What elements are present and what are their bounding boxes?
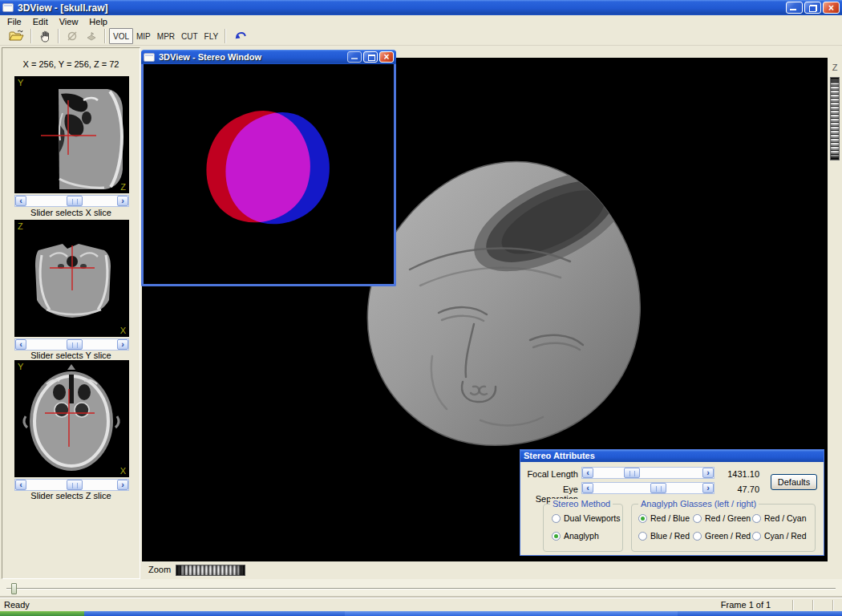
- restore-icon: [809, 5, 817, 12]
- scroll-left-arrow[interactable]: ‹: [15, 480, 26, 490]
- taskbar-strip: [0, 611, 842, 616]
- menubar: File Edit View Help: [0, 15, 842, 27]
- zoom-thumbwheel[interactable]: [176, 565, 245, 576]
- radio-anaglyph[interactable]: Anaglyph: [552, 531, 599, 541]
- scroll-thumb[interactable]: [67, 480, 83, 490]
- stereo-titlebar[interactable]: 3DView - Stereo Window ×: [141, 50, 396, 64]
- focal-length-value: 1431.10: [718, 469, 759, 479]
- axis-label: Z: [120, 182, 126, 192]
- scroll-right-arrow[interactable]: ›: [117, 196, 128, 206]
- menu-view[interactable]: View: [54, 16, 84, 27]
- statusbar-pane-divider: [792, 600, 794, 610]
- scroll-track[interactable]: [26, 196, 117, 206]
- focal-length-label: Focal Length: [520, 469, 578, 479]
- scroll-thumb[interactable]: [67, 196, 83, 206]
- radio-label: Anaglyph: [564, 531, 599, 541]
- stereo-close-button[interactable]: ×: [379, 51, 394, 63]
- radio-green-red[interactable]: Green / Red: [693, 531, 751, 541]
- toolbar: VOL MIP MPR CUT FLY: [0, 27, 842, 46]
- undo-arrow-icon: [233, 30, 247, 43]
- menu-help[interactable]: Help: [83, 16, 113, 27]
- stereo-method-group-label: Stereo Method: [550, 499, 613, 509]
- mpr-mode-button[interactable]: MPR: [154, 28, 178, 44]
- undo-button[interactable]: [229, 28, 250, 44]
- menu-edit[interactable]: Edit: [27, 16, 54, 27]
- stereo-minimize-button[interactable]: [347, 51, 362, 63]
- radio-dual-viewports[interactable]: Dual Viewports: [552, 513, 620, 523]
- scroll-right-arrow[interactable]: ›: [702, 468, 714, 478]
- fly-mode-button[interactable]: FLY: [201, 28, 222, 44]
- scroll-right-arrow[interactable]: ›: [117, 339, 128, 350]
- scroll-track[interactable]: [593, 483, 702, 493]
- scroll-track[interactable]: [593, 468, 702, 478]
- radio-icon: [552, 514, 561, 523]
- vol-mode-button[interactable]: VOL: [109, 28, 133, 44]
- menu-file[interactable]: File: [2, 16, 27, 27]
- pan-hand-button[interactable]: [35, 28, 55, 44]
- radio-icon: [552, 532, 561, 541]
- minimize-button[interactable]: [786, 2, 803, 14]
- scroll-track[interactable]: [26, 339, 117, 350]
- stereo-attributes-panel: Stereo Attributes Focal Length ‹ › 1431.…: [520, 449, 824, 556]
- stereo-maximize-button[interactable]: [363, 51, 378, 63]
- folder-open-icon: [8, 30, 24, 43]
- radio-blue-red[interactable]: Blue / Red: [638, 531, 690, 541]
- scroll-left-arrow[interactable]: ‹: [582, 483, 593, 493]
- scroll-left-arrow[interactable]: ‹: [15, 196, 26, 206]
- axis-label: Z: [18, 221, 23, 231]
- cut-mode-button[interactable]: CUT: [178, 28, 201, 44]
- stereo-window-title: 3DView - Stereo Window: [159, 52, 347, 62]
- restore-button[interactable]: [804, 2, 821, 14]
- zoom-row: Zoom: [142, 561, 842, 579]
- eye-separation-value: 47.70: [718, 484, 759, 494]
- axis-label: Y: [18, 78, 23, 87]
- anaglyph-view[interactable]: [144, 64, 394, 284]
- axis-label: X: [120, 466, 126, 476]
- x-slice-slider[interactable]: ‹ ›: [14, 195, 129, 207]
- scroll-thumb[interactable]: [624, 468, 640, 478]
- y-slice-slider[interactable]: ‹ ›: [14, 338, 129, 351]
- frame-slider-thumb[interactable]: [11, 583, 17, 594]
- volume-dimensions-text: X = 256, Y = 256, Z = 72: [2, 59, 140, 69]
- scroll-right-arrow[interactable]: ›: [702, 483, 714, 493]
- app-window: 3DView - [skull.raw] × File Edit View He…: [0, 0, 842, 616]
- disabled-tool-button-1: [63, 28, 82, 44]
- scroll-thumb[interactable]: [67, 339, 83, 350]
- radio-icon: [638, 514, 647, 523]
- scroll-left-arrow[interactable]: ‹: [582, 468, 593, 478]
- start-button-sliver[interactable]: [0, 611, 84, 616]
- radio-red-cyan[interactable]: Red / Cyan: [752, 513, 807, 523]
- x-slice-image: [14, 76, 129, 193]
- radio-label: Cyan / Red: [764, 531, 807, 541]
- radio-red-green[interactable]: Red / Green: [693, 513, 751, 523]
- scroll-left-arrow[interactable]: ‹: [15, 339, 26, 350]
- scroll-thumb[interactable]: [650, 483, 666, 493]
- main-titlebar[interactable]: 3DView - [skull.raw] ×: [0, 0, 842, 15]
- focal-length-slider[interactable]: ‹ ›: [581, 467, 714, 479]
- radio-cyan-red[interactable]: Cyan / Red: [752, 531, 807, 541]
- taskbar-window-segment[interactable]: [345, 611, 678, 616]
- close-button[interactable]: ×: [823, 2, 840, 14]
- mip-mode-button[interactable]: MIP: [133, 28, 154, 44]
- maximize-icon: [368, 55, 375, 61]
- frame-slider-track[interactable]: [6, 588, 836, 590]
- y-slice-view[interactable]: Z X: [14, 220, 129, 337]
- scroll-right-arrow[interactable]: ›: [117, 480, 128, 490]
- stereo-attributes-title[interactable]: Stereo Attributes: [520, 450, 824, 462]
- eye-separation-slider[interactable]: ‹ ›: [581, 482, 714, 494]
- radio-label: Red / Green: [705, 513, 751, 523]
- defaults-button[interactable]: Defaults: [771, 474, 817, 490]
- z-rotation-thumbwheel[interactable]: [830, 77, 840, 160]
- radio-red-blue[interactable]: Red / Blue: [638, 513, 690, 523]
- open-file-button[interactable]: [5, 28, 27, 44]
- skull-surface-render: [360, 156, 657, 452]
- radio-icon: [752, 514, 761, 523]
- status-message: Ready: [4, 600, 30, 610]
- zoom-label: Zoom: [148, 565, 171, 574]
- toolbar-separator: [225, 29, 226, 43]
- scroll-track[interactable]: [26, 480, 117, 490]
- z-slice-slider[interactable]: ‹ ›: [14, 479, 129, 491]
- x-slice-view[interactable]: Y Z: [14, 76, 129, 193]
- close-icon: ×: [383, 52, 389, 62]
- z-slice-view[interactable]: Y X: [14, 360, 129, 477]
